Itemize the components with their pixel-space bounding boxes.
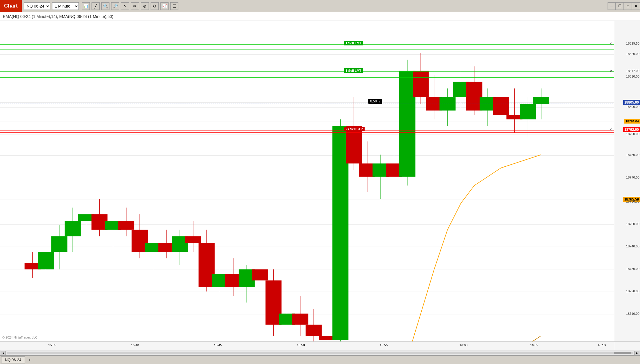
candlestick-chart [0,21,614,341]
symbol-select[interactable]: NQ 06-24 ES 06-24 [24,2,50,10]
scroll-track[interactable] [7,352,633,354]
timeframe-select[interactable]: 1 Minute 5 Minute 15 Minute [52,2,79,10]
cursor-icon[interactable]: ↖ [121,2,129,10]
time-label-1545: 15:45 [214,343,222,347]
scroll-left-button[interactable]: ◀ [1,351,6,355]
order-close-sell-stp[interactable]: ✕ [609,128,612,132]
time-label-1600: 16:00 [460,343,468,347]
position-mult: 2 [378,99,381,103]
price-label-18780: 18780.00 [626,153,639,157]
draw-icon[interactable]: ✏ [131,2,139,10]
price-label-18820: 18820.00 [626,52,639,56]
indicator-icon[interactable]: 📈 [160,2,169,10]
zoom-out-icon[interactable]: 🔎 [111,2,119,10]
order-close-sell-lmt-2[interactable]: ✕ [609,69,612,73]
time-axis: 15:35 15:40 15:45 15:50 15:55 16:00 16:0… [0,342,614,350]
position-qty: 0.50 [370,99,377,103]
close-button[interactable]: ✕ [632,2,640,10]
time-label-1555: 15:55 [380,343,388,347]
price-label-18794: 18794.04 [624,119,640,124]
price-label-18829: 18829.50 [626,42,639,45]
scroll-thumb[interactable] [614,352,631,354]
chart-area[interactable]: © 2024 NinjaTrader, LLC 1 Sell LMT ✕ 1 S… [0,21,614,341]
tab-add-button[interactable]: + [26,356,33,363]
current-price-box: 18805.00 [623,100,640,105]
price-label-18810: 18810.00 [626,75,639,78]
time-label-1535: 15:35 [48,343,56,347]
price-label-18720: 18720.00 [626,289,639,293]
indicator-label: EMA(NQ 06-24 (1 Minute),14), EMA(NQ 06-2… [0,12,640,21]
window-controls: ─ ❐ □ ✕ [608,2,640,10]
scroll-right-button[interactable]: ▶ [634,351,639,355]
price-axis: 18829.50 18820.00 18817.00 18810.00 1880… [614,21,640,341]
bar-chart-icon[interactable]: 📊 [82,2,90,10]
tab-bar: NQ 06-24 + [0,355,640,364]
trend-line-icon[interactable]: ╱ [92,2,100,10]
order-label-sell-lmt-2[interactable]: 1 Sell LMT [344,68,363,73]
time-axis-row: 15:35 15:40 15:45 15:50 15:55 16:00 16:0… [0,341,640,350]
settings-icon[interactable]: ⚙ [151,2,159,10]
order-label-sell-lmt-1[interactable]: 1 Sell LMT [344,41,363,45]
time-label-1550: 15:50 [297,343,305,347]
crosshair-icon[interactable]: ⊕ [141,2,149,10]
layout-icon[interactable]: ☰ [170,2,178,10]
time-label-1540: 15:40 [131,343,139,347]
app: Chart NQ 06-24 ES 06-24 1 Minute 5 Minut… [0,0,640,364]
toolbar: 📊 ╱ 🔍 🔎 ↖ ✏ ⊕ ⚙ 📈 ☰ [82,2,178,10]
restore-button[interactable]: ❐ [616,2,624,10]
time-axis-right-spacer [614,342,640,350]
price-label-18730: 18730.00 [626,267,639,271]
chart-label: Chart [0,0,22,12]
price-label-18750: 18750.00 [626,222,639,226]
tab-label: NQ 06-24 [5,358,21,362]
price-label-18740: 18740.00 [626,244,639,248]
zoom-in-icon[interactable]: 🔍 [101,2,109,10]
maximize-button[interactable]: □ [624,2,632,10]
scrollbar: ◀ ▶ [0,350,640,355]
price-label-18770: 18770.00 [626,176,639,179]
order-close-sell-lmt-1[interactable]: ✕ [609,42,612,46]
price-label-18760: 18760.00 [626,200,639,203]
order-label-sell-stp[interactable]: 2s Sell STP [344,127,364,131]
titlebar: Chart NQ 06-24 ES 06-24 1 Minute 5 Minut… [0,0,640,12]
price-label-18790: 18790.00 [626,132,639,136]
time-label-1610: 16:10 [598,343,606,347]
minimize-button[interactable]: ─ [608,2,616,10]
position-box[interactable]: 0.50 2 [368,99,382,104]
sell-stp-price: 18792.00 [623,127,640,132]
price-label-18800: 18800.00 [626,105,639,109]
chart-container: © 2024 NinjaTrader, LLC 1 Sell LMT ✕ 1 S… [0,21,640,355]
price-label-18710: 18710.00 [626,312,639,315]
price-label-18817: 18817.00 [626,69,639,73]
time-label-1605: 16:05 [530,343,538,347]
tab-nq-0624[interactable]: NQ 06-24 [1,356,25,363]
